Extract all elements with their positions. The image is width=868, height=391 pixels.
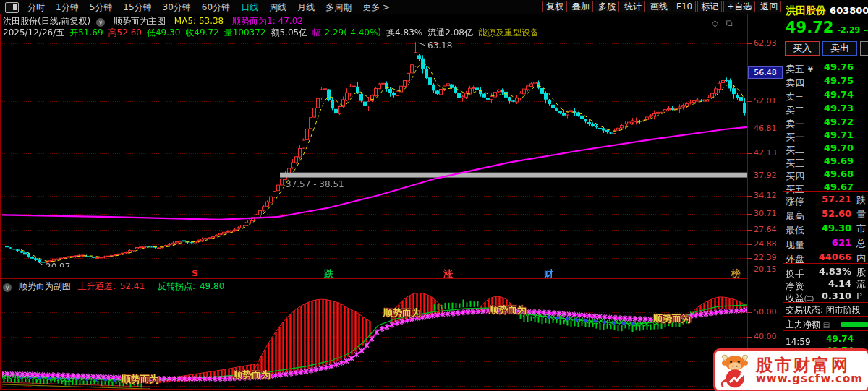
period-tab-1分钟[interactable]: 1分钟 xyxy=(56,1,79,14)
toolbar-button-+自选[interactable]: +自选 xyxy=(723,1,755,12)
price-tick: 52.01 xyxy=(754,96,783,106)
separator xyxy=(783,330,868,331)
sub-indicator-name[interactable]: 顺势而为副图 xyxy=(19,281,71,291)
more-trade-button[interactable] xyxy=(860,41,868,56)
sub-collapse-icon[interactable]: ∨ xyxy=(3,283,12,292)
stat-row: 最高52.60量 xyxy=(786,208,867,223)
stock-name: 洪田股份 xyxy=(786,4,826,16)
toolbar-button-统计[interactable]: 统计 xyxy=(621,1,645,12)
left-border xyxy=(0,14,1,390)
panel-split-line xyxy=(0,278,747,279)
bid-row[interactable]: 买一49.71 xyxy=(786,129,867,144)
trade-status: 交易状态: 闭市阶段 xyxy=(786,304,867,317)
toolbar-button-F10[interactable]: F10 xyxy=(673,1,696,12)
channel-value: 52.41 xyxy=(120,281,145,291)
pivot-value: 49.80 xyxy=(200,281,224,291)
main-candlestick-chart[interactable] xyxy=(2,14,747,267)
toolbar-button-标记[interactable]: 标记 xyxy=(697,1,722,12)
toolbar-divider xyxy=(22,0,22,14)
buy-button[interactable]: 买入 xyxy=(785,41,820,56)
ask-row[interactable]: 卖二49.73 xyxy=(786,103,867,117)
stat-row: 外盘44066内 xyxy=(786,252,867,266)
info-segment: 能源及重型设备 xyxy=(478,27,539,38)
chart-title-row: 洪田股份(日线,前复权)∨ 顺势而为主图 MA5: 53.38 顺势而为1: 4… xyxy=(3,15,309,25)
bid-row[interactable]: 买三49.69 xyxy=(786,155,867,170)
info-segment: -2.29(-4.40%) xyxy=(321,27,381,38)
info-segment: 低49.30 xyxy=(147,27,180,38)
price-tick: 34.12 xyxy=(754,191,783,200)
info-segment: 2025/12/26/五 xyxy=(3,27,64,38)
toolbar-button-叠加[interactable]: 叠加 xyxy=(569,1,593,12)
info-segment: 额5.05亿 xyxy=(271,27,307,38)
info-segment: 高52.60 xyxy=(109,27,142,38)
window-icon[interactable] xyxy=(5,2,19,13)
main-net-bar xyxy=(841,322,868,327)
last-price-row: 49.72 -2.29 -4.4 xyxy=(786,19,867,36)
price-tick: 24.88 xyxy=(754,239,783,249)
ask-row[interactable]: 卖四49.75 xyxy=(786,75,867,90)
buy-signal-label: 顺势而为 xyxy=(122,373,159,386)
tdx-app-window: 分时1分钟5分钟15分钟30分钟60分钟日线周线月线多周期更多 > 复权叠加多股… xyxy=(0,0,868,391)
last-price: 49.72 xyxy=(786,19,833,36)
price-tick: 30.71 xyxy=(754,209,783,218)
toolbar-button-返回[interactable]: 返回 xyxy=(757,1,781,12)
price-tick: 27.64 xyxy=(754,225,783,234)
sell-button[interactable]: 卖出 xyxy=(822,41,857,56)
period-tab-周线[interactable]: 周线 xyxy=(269,1,286,14)
period-tab-分时[interactable]: 分时 xyxy=(27,1,45,14)
ask-row[interactable]: 卖一49.72 xyxy=(786,116,867,131)
price-change-pct: -4.4 xyxy=(864,25,868,35)
overlay-indicator-name[interactable]: 顺势而为主图 xyxy=(114,16,166,26)
stat-row: 涨停57.21跌 xyxy=(786,194,867,208)
period-tab-多周期[interactable]: 多周期 xyxy=(326,1,352,14)
period-tab-30分钟[interactable]: 30分钟 xyxy=(163,1,191,14)
period-tab-15分钟[interactable]: 15分钟 xyxy=(123,1,151,14)
price-tick: 42.13 xyxy=(754,148,783,158)
info-segment: 幅 xyxy=(312,27,321,38)
channel-label: 上升通道: xyxy=(78,281,116,291)
bull-icon xyxy=(715,352,754,390)
watermark-banner: $跌涨财榜 xyxy=(2,267,747,278)
stat-row: 现量621总 xyxy=(786,237,867,252)
ma5-value: MA5: 53.38 xyxy=(174,16,224,26)
period-tabs: 分时1分钟5分钟15分钟30分钟60分钟日线周线月线多周期更多 > xyxy=(27,1,390,14)
stock-title-row[interactable]: 洪田股份 603800 R xyxy=(786,3,867,17)
ask-row[interactable]: 卖五 ¥49.76 xyxy=(786,61,867,76)
separator xyxy=(783,302,868,303)
separator xyxy=(783,191,868,192)
bid-row[interactable]: 买四49.68 xyxy=(786,168,867,183)
price-marker-label: 56.48 xyxy=(748,66,783,79)
stat-row: 收益㈢0.310P xyxy=(786,291,867,305)
separator xyxy=(783,316,868,317)
stock-code: 603800 xyxy=(830,5,868,16)
list-icon[interactable]: ▤ xyxy=(823,321,830,329)
main-net-label: 主力净额 xyxy=(786,319,820,330)
info-segment: 收49.72 xyxy=(185,27,218,38)
buy-signal-label: 顺势而为 xyxy=(383,306,421,319)
bid-row[interactable]: 买二49.70 xyxy=(786,142,867,157)
toolbar-button-复权[interactable]: 复权 xyxy=(542,1,567,12)
period-tab-5分钟[interactable]: 5分钟 xyxy=(90,1,113,14)
indicator-sub-chart[interactable] xyxy=(2,292,747,389)
ask-row[interactable]: 卖三49.74 xyxy=(786,89,867,103)
info-segment: 量100372 xyxy=(224,27,266,38)
toolbar-buttons: 复权叠加多股统计画线F10标记+自选返回 xyxy=(542,1,781,12)
sub-chart-header: ∨ 顺势而为副图 上升通道:52.41 反转拐点:49.80 xyxy=(3,280,229,291)
period-tab-更多 >[interactable]: 更多 > xyxy=(362,1,390,14)
period-tab-月线[interactable]: 月线 xyxy=(297,1,315,14)
info-segment: 流通2.08亿 xyxy=(427,27,473,38)
period-tab-60分钟[interactable]: 60分钟 xyxy=(202,1,230,14)
window-mark-icon[interactable]: ⧉ xyxy=(726,18,733,28)
period-tab-日线[interactable]: 日线 xyxy=(241,1,258,14)
toolbar-button-画线[interactable]: 画线 xyxy=(647,1,671,12)
price-tick: 22.39 xyxy=(754,253,783,262)
info-segment: 换4.83% xyxy=(386,27,422,38)
toolbar-button-多股[interactable]: 多股 xyxy=(595,1,619,12)
price-change: -2.29 xyxy=(838,25,861,35)
diamond-icon[interactable]: ◇ xyxy=(712,18,718,28)
buy-signal-label: 顺势而为 xyxy=(233,369,271,382)
logo-site-url: www.gscfw.com xyxy=(756,374,863,385)
ohlc-info-row: 2025/12/26/五开51.69高52.60低49.30收49.72量100… xyxy=(3,27,544,37)
quote-panel: 洪田股份 603800 R 49.72 -2.29 -4.4 买入 卖出 卖五 … xyxy=(783,0,868,391)
buy-signal-label: 顺势而为 xyxy=(489,304,527,317)
